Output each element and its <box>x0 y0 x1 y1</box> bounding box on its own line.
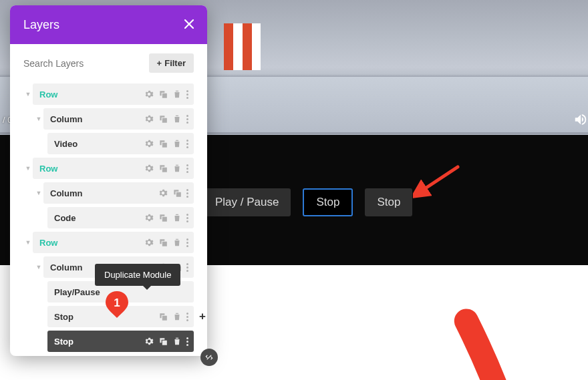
plus-icon: + <box>157 58 162 68</box>
volume-icon[interactable] <box>573 112 588 127</box>
caret-down-icon[interactable]: ▼ <box>23 239 33 246</box>
layer-column-1[interactable]: ▼ Column <box>34 107 194 131</box>
gear-icon[interactable] <box>144 213 154 222</box>
more-icon[interactable] <box>186 115 188 124</box>
layer-label: Column <box>50 114 82 124</box>
preview-play-pause-button[interactable]: Play / Pause <box>203 188 291 216</box>
more-icon[interactable] <box>186 90 188 99</box>
tooltip-duplicate-module: Duplicate Module <box>95 264 180 286</box>
layer-label: Row <box>39 164 57 174</box>
trash-icon[interactable] <box>172 114 182 124</box>
duplicate-icon[interactable] <box>158 164 168 173</box>
layer-label: Row <box>39 89 57 100</box>
preview-stop-button-2[interactable]: Stop <box>365 188 412 216</box>
gear-icon[interactable] <box>144 114 154 124</box>
duplicate-icon[interactable] <box>158 89 168 99</box>
more-icon[interactable] <box>186 238 188 247</box>
more-icon[interactable] <box>186 214 188 222</box>
gear-icon[interactable] <box>144 139 154 148</box>
duplicate-icon[interactable] <box>172 188 182 198</box>
gear-icon[interactable] <box>144 89 154 99</box>
layer-label: Stop <box>54 337 74 347</box>
close-icon[interactable] <box>184 18 194 32</box>
gear-icon[interactable] <box>158 188 168 198</box>
annotation-arrow-panel <box>102 284 588 380</box>
panel-header: Layers <box>10 5 207 44</box>
more-icon[interactable] <box>186 164 188 173</box>
trash-icon[interactable] <box>172 139 182 148</box>
duplicate-icon[interactable] <box>158 114 168 124</box>
layer-label: Column <box>50 262 82 272</box>
more-icon[interactable] <box>186 189 188 198</box>
trash-icon[interactable] <box>172 213 182 222</box>
trash-icon[interactable] <box>172 238 182 247</box>
caret-down-icon[interactable]: ▼ <box>23 165 33 172</box>
layer-row-1[interactable]: ▼ Row <box>23 82 194 106</box>
filter-label: Filter <box>164 58 186 68</box>
trash-icon[interactable] <box>172 89 182 99</box>
panel-title: Layers <box>23 18 59 32</box>
layer-module-code[interactable]: Code <box>47 206 194 230</box>
panel-search-bar: + Filter <box>10 44 207 82</box>
trash-icon[interactable] <box>172 164 182 173</box>
filter-button[interactable]: + Filter <box>149 53 194 73</box>
duplicate-icon[interactable] <box>158 139 168 148</box>
layer-column-2[interactable]: ▼ Column <box>34 181 194 205</box>
more-icon[interactable] <box>186 263 188 272</box>
duplicate-icon[interactable] <box>158 238 168 247</box>
gear-icon[interactable] <box>144 164 154 173</box>
layer-label: Video <box>54 139 78 149</box>
search-input[interactable] <box>23 58 142 69</box>
caret-down-icon[interactable]: ▼ <box>34 264 43 270</box>
bg-tower <box>224 23 261 70</box>
gear-icon[interactable] <box>144 238 154 247</box>
caret-down-icon[interactable]: ▼ <box>34 190 43 196</box>
annotation-arrow-preview <box>413 165 460 202</box>
layer-module-video[interactable]: Video <box>47 132 194 156</box>
duplicate-icon[interactable] <box>158 213 168 222</box>
layer-label: Code <box>54 213 76 223</box>
layer-row-3[interactable]: ▼ Row <box>23 230 194 254</box>
layer-row-2[interactable]: ▼ Row <box>23 156 194 180</box>
layer-label: Column <box>50 188 82 198</box>
caret-down-icon[interactable]: ▼ <box>34 116 43 122</box>
layer-label: Stop <box>54 312 74 322</box>
caret-down-icon[interactable]: ▼ <box>23 91 33 98</box>
layer-label: Row <box>39 238 57 248</box>
layer-label: Play/Pause <box>54 287 100 297</box>
more-icon[interactable] <box>186 140 188 148</box>
bg-fence <box>207 85 588 110</box>
preview-stop-button-1[interactable]: Stop <box>303 188 353 216</box>
